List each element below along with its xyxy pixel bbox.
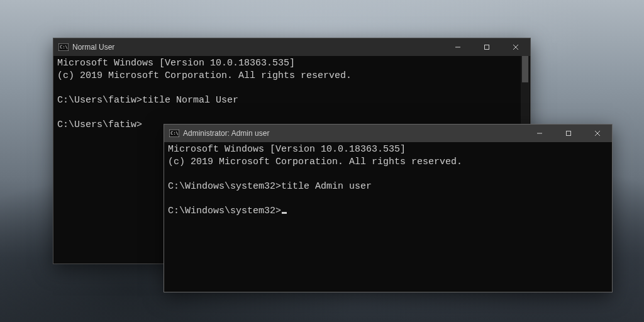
prompt-text: C:\Windows\system32> bbox=[168, 206, 281, 216]
svg-rect-9 bbox=[567, 131, 571, 136]
window-controls bbox=[525, 125, 612, 142]
maximize-button[interactable] bbox=[554, 125, 583, 142]
minimize-button[interactable] bbox=[525, 125, 554, 142]
terminal-line: Microsoft Windows [Version 10.0.18363.53… bbox=[168, 143, 608, 156]
titlebar[interactable]: C:\ Administrator: Admin user bbox=[164, 125, 612, 142]
cmd-window-admin[interactable]: C:\ Administrator: Admin user Microsoft … bbox=[164, 124, 613, 292]
cmd-icon: C:\ bbox=[58, 43, 69, 52]
close-button[interactable] bbox=[583, 125, 612, 142]
terminal-blank-line bbox=[57, 83, 526, 95]
close-button[interactable] bbox=[501, 38, 530, 56]
svg-text:C:\: C:\ bbox=[170, 131, 179, 136]
minimize-button[interactable] bbox=[443, 38, 472, 56]
window-controls bbox=[443, 38, 530, 56]
window-title: Administrator: Admin user bbox=[183, 129, 269, 138]
terminal-line: C:\Windows\system32>title Admin user bbox=[168, 180, 608, 193]
terminal-blank-line bbox=[168, 169, 608, 181]
text-cursor bbox=[282, 212, 287, 214]
terminal-line: (c) 2019 Microsoft Corporation. All righ… bbox=[168, 156, 608, 169]
terminal-blank-line bbox=[168, 194, 608, 206]
prompt-text: C:\Users\fatiw> bbox=[57, 119, 142, 130]
cmd-icon: C:\ bbox=[169, 129, 179, 138]
svg-rect-3 bbox=[485, 45, 489, 50]
svg-text:C:\: C:\ bbox=[60, 45, 68, 50]
scroll-thumb[interactable] bbox=[522, 56, 528, 82]
window-title: Normal User bbox=[72, 43, 114, 52]
terminal-line: C:\Users\fatiw>title Normal User bbox=[57, 94, 526, 107]
maximize-button[interactable] bbox=[472, 38, 501, 56]
terminal-output[interactable]: Microsoft Windows [Version 10.0.18363.53… bbox=[164, 142, 612, 292]
titlebar[interactable]: C:\ Normal User bbox=[53, 38, 530, 56]
terminal-line: Microsoft Windows [Version 10.0.18363.53… bbox=[57, 57, 526, 70]
terminal-prompt: C:\Windows\system32> bbox=[168, 205, 608, 218]
terminal-line: (c) 2019 Microsoft Corporation. All righ… bbox=[57, 70, 526, 82]
terminal-blank-line bbox=[57, 108, 526, 119]
